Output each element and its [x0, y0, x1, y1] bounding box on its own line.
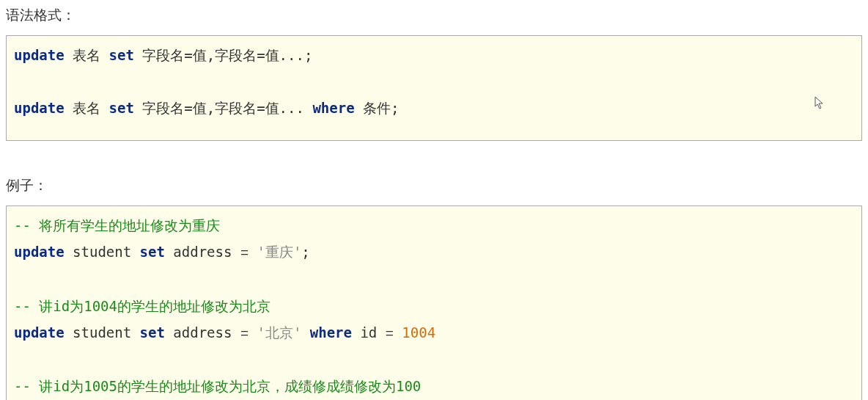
text: student: [65, 324, 140, 341]
heading-syntax: 语法格式：: [6, 6, 862, 25]
comment: -- 讲id为1005的学生的地址修改为北京，成绩修成绩修改为100: [14, 378, 421, 394]
keyword-update: update: [14, 324, 65, 341]
semicolon: ;: [301, 244, 309, 260]
keyword-set: set: [109, 100, 134, 116]
blank-line: [14, 73, 22, 90]
keyword-update: update: [14, 100, 65, 116]
comment-number: 1004: [84, 298, 117, 314]
string: '重庆': [257, 244, 301, 260]
equals: =: [240, 325, 249, 341]
space: [394, 324, 402, 341]
space: [301, 324, 309, 341]
text: id: [352, 324, 386, 341]
comment: -- 将所有学生的地址修改为重庆: [14, 217, 220, 233]
text: 条件;: [355, 100, 400, 116]
keyword-update: update: [14, 244, 65, 260]
code-block-syntax: update 表名 set 字段名=值,字段名=值...; update 表名 …: [6, 35, 862, 141]
equals: =: [386, 325, 394, 341]
comment-text: -- 讲id为: [14, 378, 84, 394]
spacer: [6, 141, 862, 170]
text: 字段名=值,字段名=值...;: [134, 47, 313, 63]
text: student: [65, 244, 140, 260]
comment-number: 1005: [84, 378, 117, 394]
text: address: [165, 324, 240, 341]
blank-line: [14, 271, 22, 287]
number: 1004: [402, 324, 435, 341]
comment-text: -- 讲id为: [14, 298, 84, 314]
text: 表名: [65, 100, 109, 116]
page: 语法格式： update 表名 set 字段名=值,字段名=值...; upda…: [0, 6, 868, 400]
space: [249, 244, 257, 260]
text: 字段名=值,字段名=值...: [134, 100, 313, 116]
heading-example: 例子：: [6, 176, 862, 195]
equals: =: [240, 244, 249, 260]
code-block-example: -- 将所有学生的地址修改为重庆 update student set addr…: [6, 206, 862, 400]
keyword-update: update: [14, 47, 65, 63]
blank-line: [14, 352, 22, 368]
keyword-set: set: [140, 324, 165, 341]
text: 表名: [65, 47, 109, 63]
comment-text: 的学生的地址修改为北京，成绩修成绩修改为: [117, 378, 396, 394]
keyword-set: set: [140, 244, 165, 260]
string: '北京': [257, 324, 301, 341]
keyword-where: where: [310, 324, 352, 341]
space: [249, 324, 257, 341]
text: address: [165, 244, 240, 260]
comment-number: 100: [396, 378, 421, 394]
keyword-where: where: [312, 100, 354, 116]
comment-text: 的学生的地址修改为北京: [117, 298, 271, 314]
cursor-icon: [814, 96, 825, 109]
keyword-set: set: [109, 47, 134, 63]
comment: -- 讲id为1004的学生的地址修改为北京: [14, 298, 271, 314]
